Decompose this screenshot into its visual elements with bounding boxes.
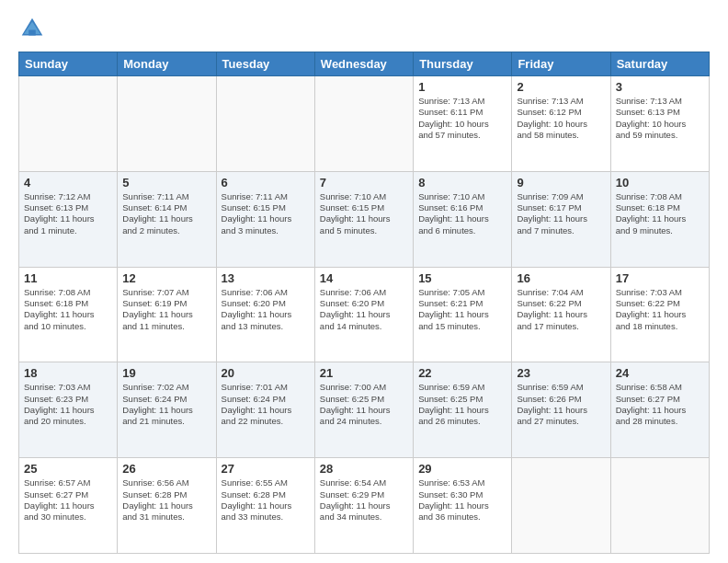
day-info: Sunrise: 6:54 AM Sunset: 6:29 PM Dayligh… bbox=[320, 477, 408, 523]
day-info: Sunrise: 6:58 AM Sunset: 6:27 PM Dayligh… bbox=[616, 382, 704, 427]
calendar-week-row: 11Sunrise: 7:08 AM Sunset: 6:18 PM Dayli… bbox=[19, 267, 710, 362]
day-info: Sunrise: 7:09 AM Sunset: 6:17 PM Dayligh… bbox=[517, 191, 605, 236]
day-number: 27 bbox=[222, 462, 310, 476]
calendar-cell: 20Sunrise: 7:01 AM Sunset: 6:24 PM Dayli… bbox=[216, 362, 314, 458]
day-info: Sunrise: 7:11 AM Sunset: 6:15 PM Dayligh… bbox=[222, 191, 310, 236]
calendar-cell: 6Sunrise: 7:11 AM Sunset: 6:15 PM Daylig… bbox=[216, 171, 314, 267]
calendar-cell: 19Sunrise: 7:02 AM Sunset: 6:24 PM Dayli… bbox=[118, 362, 216, 458]
calendar-cell: 11Sunrise: 7:08 AM Sunset: 6:18 PM Dayli… bbox=[19, 267, 118, 362]
calendar-cell: 4Sunrise: 7:12 AM Sunset: 6:13 PM Daylig… bbox=[19, 171, 118, 267]
day-number: 29 bbox=[418, 462, 506, 476]
day-info: Sunrise: 7:11 AM Sunset: 6:14 PM Dayligh… bbox=[122, 191, 210, 236]
calendar-cell: 24Sunrise: 6:58 AM Sunset: 6:27 PM Dayli… bbox=[610, 362, 709, 458]
day-number: 3 bbox=[616, 80, 704, 94]
calendar-cell: 26Sunrise: 6:56 AM Sunset: 6:28 PM Dayli… bbox=[118, 458, 216, 554]
calendar-week-row: 18Sunrise: 7:03 AM Sunset: 6:23 PM Dayli… bbox=[19, 362, 710, 458]
day-number: 8 bbox=[418, 176, 506, 190]
day-number: 13 bbox=[222, 271, 310, 285]
day-info: Sunrise: 6:56 AM Sunset: 6:28 PM Dayligh… bbox=[122, 477, 210, 523]
day-number: 6 bbox=[222, 176, 310, 190]
day-number: 15 bbox=[418, 271, 506, 285]
day-number: 12 bbox=[122, 271, 210, 285]
calendar-cell: 5Sunrise: 7:11 AM Sunset: 6:14 PM Daylig… bbox=[118, 171, 216, 267]
day-info: Sunrise: 6:59 AM Sunset: 6:26 PM Dayligh… bbox=[517, 382, 605, 427]
calendar-cell: 13Sunrise: 7:06 AM Sunset: 6:20 PM Dayli… bbox=[216, 267, 314, 362]
calendar-cell: 15Sunrise: 7:05 AM Sunset: 6:21 PM Dayli… bbox=[414, 267, 512, 362]
day-number: 16 bbox=[517, 271, 605, 285]
calendar-cell bbox=[118, 76, 216, 172]
day-number: 11 bbox=[24, 271, 112, 285]
day-info: Sunrise: 7:08 AM Sunset: 6:18 PM Dayligh… bbox=[24, 287, 112, 332]
day-number: 23 bbox=[517, 366, 605, 380]
calendar-header-row: SundayMondayTuesdayWednesdayThursdayFrid… bbox=[19, 52, 710, 76]
day-info: Sunrise: 7:06 AM Sunset: 6:20 PM Dayligh… bbox=[222, 287, 310, 332]
calendar-cell bbox=[19, 76, 118, 172]
day-info: Sunrise: 7:03 AM Sunset: 6:22 PM Dayligh… bbox=[616, 287, 704, 332]
calendar-cell: 28Sunrise: 6:54 AM Sunset: 6:29 PM Dayli… bbox=[314, 458, 413, 554]
day-number: 14 bbox=[320, 271, 408, 285]
calendar-cell: 3Sunrise: 7:13 AM Sunset: 6:13 PM Daylig… bbox=[610, 76, 709, 172]
calendar-cell: 17Sunrise: 7:03 AM Sunset: 6:22 PM Dayli… bbox=[610, 267, 709, 362]
day-number: 26 bbox=[122, 462, 210, 476]
day-number: 10 bbox=[616, 176, 704, 190]
day-number: 5 bbox=[122, 176, 210, 190]
day-number: 2 bbox=[517, 80, 605, 94]
day-header-monday: Monday bbox=[118, 52, 216, 76]
day-number: 25 bbox=[24, 462, 112, 476]
calendar-cell: 9Sunrise: 7:09 AM Sunset: 6:17 PM Daylig… bbox=[512, 171, 610, 267]
calendar-cell: 2Sunrise: 7:13 AM Sunset: 6:12 PM Daylig… bbox=[512, 76, 610, 172]
day-info: Sunrise: 7:08 AM Sunset: 6:18 PM Dayligh… bbox=[616, 191, 704, 236]
day-info: Sunrise: 7:13 AM Sunset: 6:13 PM Dayligh… bbox=[616, 96, 704, 141]
day-header-tuesday: Tuesday bbox=[216, 52, 314, 76]
svg-rect-2 bbox=[28, 30, 36, 36]
day-header-friday: Friday bbox=[512, 52, 610, 76]
calendar-cell: 1Sunrise: 7:13 AM Sunset: 6:11 PM Daylig… bbox=[414, 76, 512, 172]
day-info: Sunrise: 7:05 AM Sunset: 6:21 PM Dayligh… bbox=[418, 287, 506, 332]
day-header-sunday: Sunday bbox=[19, 52, 118, 76]
day-number: 1 bbox=[418, 80, 506, 94]
day-info: Sunrise: 7:12 AM Sunset: 6:13 PM Dayligh… bbox=[24, 191, 112, 236]
day-number: 19 bbox=[122, 366, 210, 380]
day-number: 28 bbox=[320, 462, 408, 476]
day-header-saturday: Saturday bbox=[610, 52, 709, 76]
day-header-thursday: Thursday bbox=[414, 52, 512, 76]
day-info: Sunrise: 6:53 AM Sunset: 6:30 PM Dayligh… bbox=[418, 477, 506, 523]
logo bbox=[18, 15, 50, 42]
calendar-cell: 29Sunrise: 6:53 AM Sunset: 6:30 PM Dayli… bbox=[414, 458, 512, 554]
day-number: 7 bbox=[320, 176, 408, 190]
day-info: Sunrise: 7:03 AM Sunset: 6:23 PM Dayligh… bbox=[24, 382, 112, 427]
day-info: Sunrise: 7:04 AM Sunset: 6:22 PM Dayligh… bbox=[517, 287, 605, 332]
calendar-cell bbox=[216, 76, 314, 172]
calendar-cell bbox=[610, 458, 709, 554]
day-info: Sunrise: 7:13 AM Sunset: 6:12 PM Dayligh… bbox=[517, 96, 605, 141]
calendar-week-row: 4Sunrise: 7:12 AM Sunset: 6:13 PM Daylig… bbox=[19, 171, 710, 267]
calendar-cell: 27Sunrise: 6:55 AM Sunset: 6:28 PM Dayli… bbox=[216, 458, 314, 554]
calendar-cell: 8Sunrise: 7:10 AM Sunset: 6:16 PM Daylig… bbox=[414, 171, 512, 267]
day-info: Sunrise: 7:10 AM Sunset: 6:15 PM Dayligh… bbox=[320, 191, 408, 236]
logo-icon bbox=[18, 15, 46, 42]
day-number: 4 bbox=[24, 176, 112, 190]
day-number: 24 bbox=[616, 366, 704, 380]
calendar-cell: 14Sunrise: 7:06 AM Sunset: 6:20 PM Dayli… bbox=[314, 267, 413, 362]
calendar-week-row: 25Sunrise: 6:57 AM Sunset: 6:27 PM Dayli… bbox=[19, 458, 710, 554]
day-number: 22 bbox=[418, 366, 506, 380]
day-info: Sunrise: 6:57 AM Sunset: 6:27 PM Dayligh… bbox=[24, 477, 112, 523]
day-number: 18 bbox=[24, 366, 112, 380]
calendar-cell: 21Sunrise: 7:00 AM Sunset: 6:25 PM Dayli… bbox=[314, 362, 413, 458]
calendar-week-row: 1Sunrise: 7:13 AM Sunset: 6:11 PM Daylig… bbox=[19, 76, 710, 172]
header bbox=[18, 15, 710, 42]
calendar-cell bbox=[512, 458, 610, 554]
day-info: Sunrise: 6:55 AM Sunset: 6:28 PM Dayligh… bbox=[222, 477, 310, 523]
calendar-cell: 10Sunrise: 7:08 AM Sunset: 6:18 PM Dayli… bbox=[610, 171, 709, 267]
calendar-table: SundayMondayTuesdayWednesdayThursdayFrid… bbox=[18, 52, 710, 554]
calendar-cell: 25Sunrise: 6:57 AM Sunset: 6:27 PM Dayli… bbox=[19, 458, 118, 554]
day-info: Sunrise: 7:13 AM Sunset: 6:11 PM Dayligh… bbox=[418, 96, 506, 141]
day-number: 20 bbox=[222, 366, 310, 380]
day-info: Sunrise: 7:07 AM Sunset: 6:19 PM Dayligh… bbox=[122, 287, 210, 332]
calendar-cell: 12Sunrise: 7:07 AM Sunset: 6:19 PM Dayli… bbox=[118, 267, 216, 362]
calendar-cell: 22Sunrise: 6:59 AM Sunset: 6:25 PM Dayli… bbox=[414, 362, 512, 458]
day-info: Sunrise: 6:59 AM Sunset: 6:25 PM Dayligh… bbox=[418, 382, 506, 427]
day-info: Sunrise: 7:06 AM Sunset: 6:20 PM Dayligh… bbox=[320, 287, 408, 332]
page: SundayMondayTuesdayWednesdayThursdayFrid… bbox=[0, 0, 728, 563]
calendar-cell: 23Sunrise: 6:59 AM Sunset: 6:26 PM Dayli… bbox=[512, 362, 610, 458]
